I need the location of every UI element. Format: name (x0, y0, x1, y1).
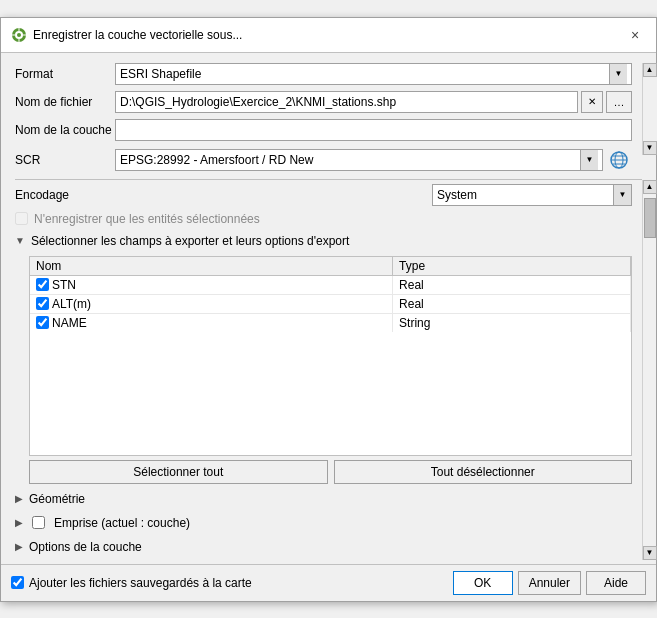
extent-section-arrow: ▶ (15, 517, 23, 528)
title-bar: Enregistrer la couche vectorielle sous..… (1, 18, 656, 53)
svg-rect-3 (19, 28, 20, 31)
field-name-cell: NAME (30, 313, 393, 332)
col-header-name: Nom (30, 257, 393, 276)
bottom-right: OK Annuler Aide (453, 571, 646, 595)
encoding-row: Encodage System ▼ (15, 184, 632, 206)
scr-combo-arrow: ▼ (580, 150, 598, 170)
field-type-cell: Real (393, 294, 631, 313)
svg-rect-6 (23, 34, 26, 35)
layer-options-section-title: Options de la couche (29, 540, 142, 554)
field-name-cell: STN (30, 275, 393, 294)
fields-section-header[interactable]: ▼ Sélectionner les champs à exporter et … (15, 230, 632, 252)
encoding-label: Encodage (15, 188, 69, 202)
layer-options-section: ▶ Options de la couche (15, 536, 632, 558)
geometry-section-arrow: ▶ (15, 493, 23, 504)
field-checkbox-wrap: NAME (36, 316, 386, 330)
middle-scrollbar[interactable]: ▲ ▼ (642, 180, 656, 560)
fields-section-arrow: ▼ (15, 235, 25, 246)
fields-content: Nom Type STNRealALT(m)RealNAMEString Sél… (15, 256, 632, 484)
title-bar-left: Enregistrer la couche vectorielle sous..… (11, 27, 242, 43)
filename-row: Nom de fichier ✕ … (15, 91, 632, 113)
encoding-combo-arrow: ▼ (613, 185, 631, 205)
geometry-section: ▶ Géométrie (15, 488, 632, 510)
close-button[interactable]: × (624, 24, 646, 46)
layer-options-section-header[interactable]: ▶ Options de la couche (15, 536, 632, 558)
fields-buttons: Sélectionner tout Tout désélectionner (29, 460, 632, 484)
select-all-button[interactable]: Sélectionner tout (29, 460, 328, 484)
format-value: ESRI Shapefile (120, 67, 609, 81)
layername-row: Nom de la couche (15, 119, 632, 141)
scroll-thumb[interactable] (644, 198, 656, 238)
mid-scroll-down-arrow[interactable]: ▼ (643, 546, 657, 560)
top-scrollbar[interactable]: ▲ ▼ (642, 63, 656, 155)
field-name-cell: ALT(m) (30, 294, 393, 313)
field-checkbox-wrap: STN (36, 278, 386, 292)
main-dialog: Enregistrer la couche vectorielle sous..… (0, 17, 657, 602)
svg-rect-4 (19, 39, 20, 42)
table-row: STNReal (30, 275, 631, 294)
svg-rect-5 (12, 34, 15, 35)
field-checkbox[interactable] (36, 316, 49, 329)
format-label: Format (15, 67, 115, 81)
scr-control: EPSG:28992 - Amersfoort / RD New ▼ (115, 147, 632, 173)
scroll-up-arrow[interactable]: ▲ (643, 63, 657, 77)
field-name: NAME (52, 316, 87, 330)
add-to-map-checkbox[interactable] (11, 576, 24, 589)
extent-section-header[interactable]: ▶ Emprise (actuel : couche) (15, 512, 632, 534)
fields-section: ▼ Sélectionner les champs à exporter et … (15, 230, 632, 484)
qgis-icon (11, 27, 27, 43)
format-combo[interactable]: ESRI Shapefile ▼ (115, 63, 632, 85)
field-checkbox-wrap: ALT(m) (36, 297, 386, 311)
bottom-left: Ajouter les fichiers sauvegardés à la ca… (11, 576, 252, 590)
only-selected-row: N'enregistrer que les entités sélectionn… (15, 210, 632, 230)
fields-section-title: Sélectionner les champs à exporter et le… (31, 234, 349, 248)
filename-input[interactable] (115, 91, 578, 113)
scr-globe-button[interactable] (606, 147, 632, 173)
scr-combo[interactable]: EPSG:28992 - Amersfoort / RD New ▼ (115, 149, 603, 171)
field-name: ALT(m) (52, 297, 91, 311)
encoding-value: System (433, 188, 613, 202)
add-to-map-label: Ajouter les fichiers sauvegardés à la ca… (29, 576, 252, 590)
field-type-cell: String (393, 313, 631, 332)
layername-control (115, 119, 632, 141)
field-name: STN (52, 278, 76, 292)
geometry-section-title: Géométrie (29, 492, 85, 506)
geometry-section-header[interactable]: ▶ Géométrie (15, 488, 632, 510)
bottom-bar: Ajouter les fichiers sauvegardés à la ca… (1, 564, 656, 601)
format-row: Format ESRI Shapefile ▼ (15, 63, 632, 85)
filename-browse-button[interactable]: … (606, 91, 632, 113)
format-control: ESRI Shapefile ▼ (115, 63, 632, 85)
only-selected-label: N'enregistrer que les entités sélectionn… (34, 212, 260, 226)
extent-section-title: Emprise (actuel : couche) (54, 516, 190, 530)
format-combo-arrow: ▼ (609, 64, 627, 84)
filename-control: ✕ … (115, 91, 632, 113)
svg-point-2 (17, 33, 21, 37)
col-header-type: Type (393, 257, 631, 276)
ok-button[interactable]: OK (453, 571, 513, 595)
table-row: NAMEString (30, 313, 631, 332)
extent-checkbox[interactable] (32, 516, 45, 529)
layername-input[interactable] (115, 119, 632, 141)
table-row: ALT(m)Real (30, 294, 631, 313)
extent-section: ▶ Emprise (actuel : couche) (15, 512, 632, 534)
help-button[interactable]: Aide (586, 571, 646, 595)
field-type-cell: Real (393, 275, 631, 294)
field-checkbox[interactable] (36, 297, 49, 310)
filename-label: Nom de fichier (15, 95, 115, 109)
layername-label: Nom de la couche (15, 123, 115, 137)
fields-table: Nom Type STNRealALT(m)RealNAMEString (30, 257, 631, 332)
field-checkbox[interactable] (36, 278, 49, 291)
fields-container[interactable]: Nom Type STNRealALT(m)RealNAMEString (29, 256, 632, 456)
mid-scroll-up-arrow[interactable]: ▲ (643, 180, 657, 194)
scr-value: EPSG:28992 - Amersfoort / RD New (120, 153, 580, 167)
only-selected-checkbox[interactable] (15, 212, 28, 225)
encoding-combo[interactable]: System ▼ (432, 184, 632, 206)
scr-row: SCR EPSG:28992 - Amersfoort / RD New ▼ (15, 147, 632, 173)
filename-clear-button[interactable]: ✕ (581, 91, 603, 113)
deselect-all-button[interactable]: Tout désélectionner (334, 460, 633, 484)
layer-options-section-arrow: ▶ (15, 541, 23, 552)
scr-label: SCR (15, 153, 115, 167)
cancel-button[interactable]: Annuler (518, 571, 581, 595)
dialog-title: Enregistrer la couche vectorielle sous..… (33, 28, 242, 42)
scroll-down-arrow[interactable]: ▼ (643, 141, 657, 155)
